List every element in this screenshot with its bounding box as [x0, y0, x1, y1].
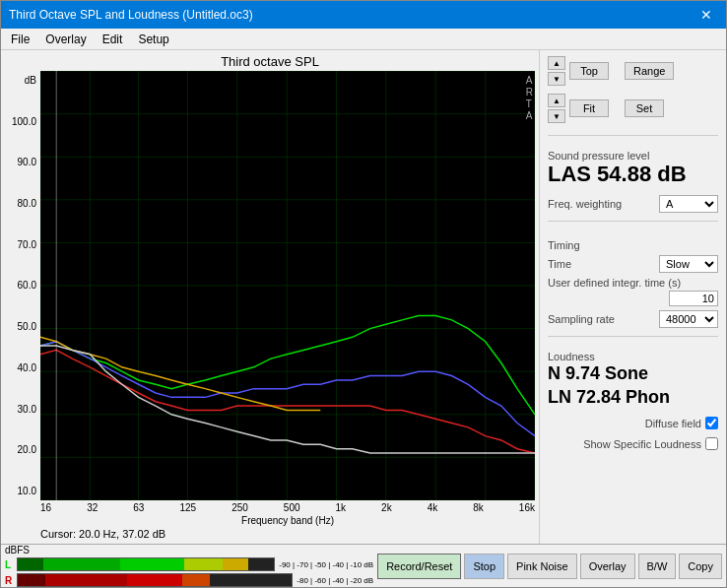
fit-controls: ▲ ▼ Fit Set — [548, 94, 718, 123]
x-label-16: 16 — [40, 502, 51, 513]
y-tick-70: 70.0 — [18, 239, 36, 250]
close-button[interactable]: ✕ — [694, 5, 718, 25]
meter-row-R: R -80 | -60 | -40 | -20 dB — [5, 573, 373, 587]
menu-edit[interactable]: Edit — [97, 31, 129, 48]
x-label-1k: 1k — [336, 502, 347, 513]
top-up-button[interactable]: ▲ — [548, 56, 565, 70]
channel-R-label: R — [5, 575, 15, 586]
timing-section: Timing Time Slow Fast User defined integ… — [548, 233, 718, 328]
y-axis: dB 100.0 90.0 80.0 70.0 60.0 50.0 40.0 3… — [5, 71, 40, 500]
x-label-250: 250 — [231, 502, 248, 513]
y-label-db: dB — [25, 75, 36, 86]
top-nav-btn-group: ▲ ▼ — [548, 56, 565, 86]
x-axis-labels: 16 32 63 125 250 500 1k 2k 4k 8k 16k — [40, 500, 535, 515]
menu-overlay[interactable]: Overlay — [39, 31, 92, 48]
top-down-button[interactable]: ▼ — [548, 72, 565, 86]
spl-label: Sound pressure level — [548, 150, 718, 162]
y-tick-20: 20.0 — [18, 444, 36, 455]
diffuse-field-checkbox[interactable] — [705, 417, 718, 429]
cursor-info: Cursor: 20.0 Hz, 37.02 dB — [40, 528, 535, 540]
fit-down-button[interactable]: ▼ — [548, 109, 565, 123]
record-reset-button[interactable]: Record/Reset — [377, 554, 461, 579]
spl-section: Sound pressure level LAS 54.88 dB — [548, 144, 718, 187]
range-nav-row: Range — [625, 56, 674, 86]
y-tick-10: 10.0 — [18, 486, 36, 496]
arta-label: ARTA — [526, 75, 533, 122]
user-defined-input[interactable] — [669, 291, 718, 306]
x-axis-title: Frequency band (Hz) — [40, 515, 535, 526]
chart-wrapper: dB 100.0 90.0 80.0 70.0 60.0 50.0 40.0 3… — [5, 71, 535, 500]
bottom-buttons: Record/Reset Stop Pink Noise Overlay B/W… — [377, 554, 722, 579]
overlay-button[interactable]: Overlay — [580, 554, 635, 579]
x-label-8k: 8k — [473, 502, 484, 513]
show-specific-label: Show Specific Loudness — [583, 438, 701, 450]
timing-label: Timing — [548, 239, 718, 251]
menu-setup[interactable]: Setup — [132, 31, 174, 48]
show-specific-checkbox[interactable] — [705, 437, 718, 450]
time-row: Time Slow Fast — [548, 255, 718, 273]
copy-button[interactable]: Copy — [679, 554, 722, 579]
fit-nav-btn-group: ▲ ▼ — [548, 94, 565, 123]
time-select[interactable]: Slow Fast — [659, 255, 718, 273]
main-window: Third Octave SPL and Loudness (Untitled.… — [0, 0, 727, 588]
main-content: Third octave SPL dB 100.0 90.0 80.0 70.0… — [1, 50, 726, 544]
x-label-4k: 4k — [428, 502, 438, 513]
meter-L-markers: -90 | -70 | -50 | -40 | -10 dB — [279, 560, 373, 569]
title-bar: Third Octave SPL and Loudness (Untitled.… — [1, 1, 726, 29]
menu-bar: File Overlay Edit Setup — [1, 29, 726, 50]
divider-3 — [548, 336, 718, 337]
user-defined-row: User defined integr. time (s) — [548, 277, 718, 306]
sampling-rate-row: Sampling rate 44100 48000 96000 — [548, 310, 718, 328]
loudness-value-1: N 9.74 Sone — [548, 362, 718, 385]
chart-area: Third octave SPL dB 100.0 90.0 80.0 70.0… — [1, 50, 539, 544]
x-axis-area: 16 32 63 125 250 500 1k 2k 4k 8k 16k Fre… — [40, 500, 535, 526]
y-tick-90: 90.0 — [18, 157, 36, 167]
freq-weighting-row: Freq. weighting A B C Z — [548, 195, 718, 213]
meter-row-L: L -90 | -70 | -50 | -40 | -10 dB — [5, 557, 373, 571]
fit-button[interactable]: Fit — [569, 99, 609, 117]
top-nav-row: ▲ ▼ Top — [548, 56, 609, 86]
window-title: Third Octave SPL and Loudness (Untitled.… — [9, 8, 253, 22]
stop-button[interactable]: Stop — [464, 554, 504, 579]
right-panel: ▲ ▼ Top Range ▲ ▼ Fit — [539, 50, 726, 544]
y-tick-60: 60.0 — [18, 280, 36, 291]
pink-noise-button[interactable]: Pink Noise — [507, 554, 577, 579]
chart-canvas-container: ARTA — [40, 71, 535, 500]
x-label-125: 125 — [179, 502, 196, 513]
x-label-500: 500 — [284, 502, 300, 513]
top-button[interactable]: Top — [569, 62, 609, 80]
x-label-16k: 16k — [519, 502, 535, 513]
meter-section: dBFS L -90 | -70 | -50 | -40 | -10 dB R — [5, 545, 373, 587]
fit-up-button[interactable]: ▲ — [548, 94, 565, 107]
channel-L-label: L — [5, 559, 15, 570]
y-tick-40: 40.0 — [18, 362, 36, 373]
y-tick-100: 100.0 — [12, 116, 36, 127]
meter-bar-R — [17, 573, 293, 587]
x-label-2k: 2k — [381, 502, 392, 513]
y-tick-80: 80.0 — [18, 198, 36, 209]
loudness-value-2: LN 72.84 Phon — [548, 386, 718, 409]
dbfs-label: dBFS — [5, 545, 371, 555]
diffuse-field-label: Diffuse field — [645, 418, 701, 429]
divider-1 — [548, 135, 718, 136]
set-nav-row: Set — [625, 94, 664, 123]
freq-weighting-label: Freq. weighting — [548, 198, 622, 210]
time-label: Time — [548, 258, 571, 270]
meter-R-markers: -80 | -60 | -40 | -20 dB — [297, 576, 373, 585]
x-label-63: 63 — [133, 502, 144, 513]
menu-file[interactable]: File — [5, 31, 35, 48]
user-defined-label: User defined integr. time (s) — [548, 277, 681, 289]
set-button[interactable]: Set — [625, 99, 664, 117]
nav-controls: ▲ ▼ Top Range — [548, 56, 718, 86]
bw-button[interactable]: B/W — [638, 554, 677, 579]
loudness-label: Loudness — [548, 351, 718, 362]
range-button[interactable]: Range — [625, 62, 674, 80]
sampling-rate-select[interactable]: 44100 48000 96000 — [659, 310, 718, 328]
loudness-section: Loudness N 9.74 Sone LN 72.84 Phon — [548, 345, 718, 409]
sampling-rate-label: Sampling rate — [548, 313, 615, 325]
diffuse-field-row: Diffuse field — [548, 417, 718, 429]
meter-bar-L — [17, 557, 275, 571]
freq-weighting-select[interactable]: A B C Z — [659, 195, 718, 213]
chart-canvas — [40, 71, 535, 500]
y-tick-30: 30.0 — [18, 404, 36, 415]
